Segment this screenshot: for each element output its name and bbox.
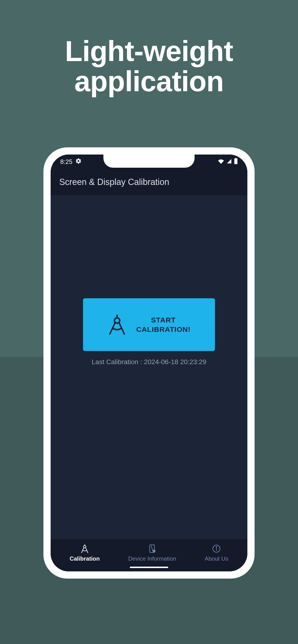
button-label-line2: CALIBRATION! bbox=[136, 325, 191, 334]
main-content: START CALIBRATION! Last Calibration : 20… bbox=[51, 195, 247, 539]
phone-frame: 8:25 bbox=[43, 147, 255, 578]
compass-icon bbox=[80, 544, 89, 554]
info-icon bbox=[212, 544, 221, 554]
app-header: Screen & Display Calibration bbox=[51, 169, 247, 195]
phone-screen: 8:25 bbox=[51, 154, 247, 572]
nav-label: Calibration bbox=[70, 555, 100, 562]
wifi-icon bbox=[218, 158, 224, 166]
home-indicator[interactable] bbox=[130, 566, 168, 568]
battery-icon bbox=[234, 158, 238, 166]
compass-icon bbox=[107, 314, 127, 336]
status-bar-left: 8:25 bbox=[60, 158, 82, 166]
nav-label: About Us bbox=[205, 555, 228, 562]
app-title: Screen & Display Calibration bbox=[59, 177, 169, 187]
gear-icon bbox=[75, 158, 82, 166]
headline-line1: Light-weight bbox=[0, 36, 298, 66]
device-info-icon: i bbox=[147, 544, 157, 554]
svg-text:i: i bbox=[154, 550, 155, 552]
nav-item-calibration[interactable]: Calibration bbox=[70, 544, 100, 562]
signal-icon bbox=[226, 158, 232, 166]
nav-label: Device Information bbox=[128, 555, 176, 562]
phone-notch bbox=[103, 154, 195, 168]
nav-item-about-us[interactable]: About Us bbox=[205, 544, 228, 562]
status-time: 8:25 bbox=[60, 158, 72, 166]
headline-line2: application bbox=[0, 66, 298, 96]
svg-point-13 bbox=[216, 546, 217, 547]
button-label-line1: START bbox=[136, 315, 191, 325]
promo-headline: Light-weight application bbox=[0, 36, 298, 96]
nav-item-device-information[interactable]: i Device Information bbox=[128, 544, 176, 562]
status-bar-right bbox=[218, 158, 238, 166]
button-label: START CALIBRATION! bbox=[136, 315, 191, 334]
last-calibration-text: Last Calibration : 2024-06-18 20:23:29 bbox=[51, 358, 247, 366]
start-calibration-button[interactable]: START CALIBRATION! bbox=[83, 298, 215, 351]
